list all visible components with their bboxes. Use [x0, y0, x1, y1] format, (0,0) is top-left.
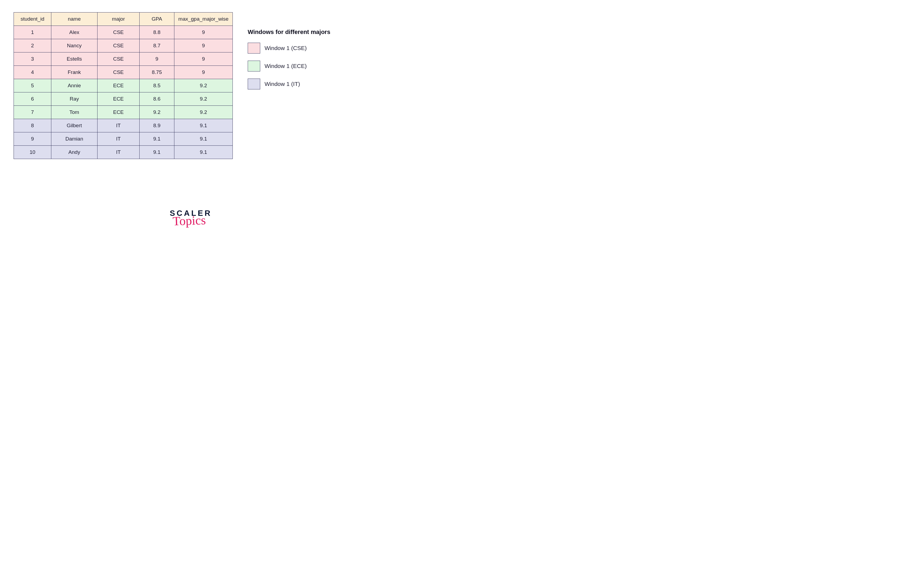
cell-gpa: 9.1: [140, 146, 174, 159]
col-header-major: major: [98, 13, 140, 26]
cell-major: ECE: [98, 106, 140, 119]
cell-gpa: 8.6: [140, 92, 174, 106]
cell-gpa: 8.75: [140, 66, 174, 79]
table-row: 8GilbertIT8.99.1: [14, 119, 233, 132]
cell-max: 9: [174, 39, 233, 52]
table-row: 4FrankCSE8.759: [14, 66, 233, 79]
cell-gpa: 8.8: [140, 26, 174, 39]
col-header-name: name: [51, 13, 98, 26]
cell-name: Ray: [51, 92, 98, 106]
cell-major: CSE: [98, 39, 140, 52]
cell-gpa: 8.5: [140, 79, 174, 92]
table-row: 3EstellsCSE99: [14, 52, 233, 66]
legend-item: Window 1 (ECE): [248, 61, 330, 72]
table-row: 2NancyCSE8.79: [14, 39, 233, 52]
cell-student_id: 1: [14, 26, 51, 39]
main-row: student_id name major GPA max_gpa_major_…: [13, 12, 397, 159]
cell-gpa: 8.9: [140, 119, 174, 132]
table-row: 9DamianIT9.19.1: [14, 132, 233, 146]
cell-student_id: 2: [14, 39, 51, 52]
cell-student_id: 5: [14, 79, 51, 92]
cell-major: IT: [98, 132, 140, 146]
cell-major: ECE: [98, 79, 140, 92]
cell-student_id: 6: [14, 92, 51, 106]
table-row: 6RayECE8.69.2: [14, 92, 233, 106]
cell-student_id: 7: [14, 106, 51, 119]
col-header-gpa: GPA: [140, 13, 174, 26]
cell-student_id: 4: [14, 66, 51, 79]
cell-major: CSE: [98, 26, 140, 39]
cell-max: 9: [174, 26, 233, 39]
cell-max: 9: [174, 52, 233, 66]
cell-major: ECE: [98, 92, 140, 106]
cell-major: CSE: [98, 66, 140, 79]
students-table: student_id name major GPA max_gpa_major_…: [13, 12, 233, 159]
cell-name: Alex: [51, 26, 98, 39]
legend-title: Windows for different majors: [248, 29, 330, 36]
legend-swatch-it: [248, 79, 260, 90]
cell-student_id: 8: [14, 119, 51, 132]
cell-student_id: 10: [14, 146, 51, 159]
cell-max: 9.1: [174, 146, 233, 159]
cell-gpa: 9: [140, 52, 174, 66]
cell-gpa: 9.1: [140, 132, 174, 146]
legend-item: Window 1 (IT): [248, 79, 330, 90]
col-header-student-id: student_id: [14, 13, 51, 26]
cell-name: Frank: [51, 66, 98, 79]
page-root: student_id name major GPA max_gpa_major_…: [0, 0, 411, 257]
col-header-max: max_gpa_major_wise: [174, 13, 233, 26]
cell-max: 9.2: [174, 106, 233, 119]
cell-major: IT: [98, 119, 140, 132]
cell-name: Estells: [51, 52, 98, 66]
table-header-row: student_id name major GPA max_gpa_major_…: [14, 13, 233, 26]
cell-major: IT: [98, 146, 140, 159]
cell-major: CSE: [98, 52, 140, 66]
table-row: 5AnnieECE8.59.2: [14, 79, 233, 92]
cell-max: 9.2: [174, 92, 233, 106]
cell-name: Gilbert: [51, 119, 98, 132]
cell-student_id: 3: [14, 52, 51, 66]
table-row: 1AlexCSE8.89: [14, 26, 233, 39]
legend-label: Window 1 (CSE): [264, 45, 306, 51]
legend: Windows for different majors Window 1 (C…: [248, 29, 330, 96]
cell-max: 9.1: [174, 119, 233, 132]
cell-gpa: 8.7: [140, 39, 174, 52]
legend-swatch-cse: [248, 43, 260, 54]
cell-name: Annie: [51, 79, 98, 92]
cell-max: 9.2: [174, 79, 233, 92]
cell-name: Andy: [51, 146, 98, 159]
cell-max: 9.1: [174, 132, 233, 146]
cell-name: Tom: [51, 106, 98, 119]
legend-label: Window 1 (ECE): [264, 63, 306, 69]
cell-max: 9: [174, 66, 233, 79]
logo-line-2: Topics: [168, 214, 210, 227]
scaler-topics-logo: SCALER Topics: [170, 209, 212, 227]
legend-swatch-ece: [248, 61, 260, 72]
table-row: 10AndyIT9.19.1: [14, 146, 233, 159]
cell-gpa: 9.2: [140, 106, 174, 119]
table-row: 7TomECE9.29.2: [14, 106, 233, 119]
legend-item: Window 1 (CSE): [248, 43, 330, 54]
cell-student_id: 9: [14, 132, 51, 146]
legend-label: Window 1 (IT): [264, 81, 300, 87]
cell-name: Damian: [51, 132, 98, 146]
cell-name: Nancy: [51, 39, 98, 52]
